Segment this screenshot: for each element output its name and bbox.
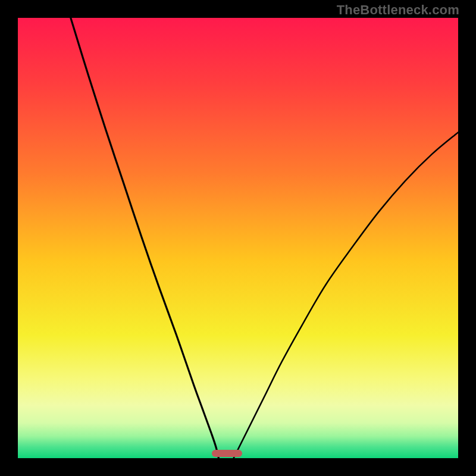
plot-background-gradient xyxy=(18,18,458,458)
watermark-text: TheBottleneck.com xyxy=(337,2,459,18)
bottleneck-marker xyxy=(212,450,243,457)
plot-area xyxy=(18,18,458,458)
svg-rect-0 xyxy=(18,18,458,458)
